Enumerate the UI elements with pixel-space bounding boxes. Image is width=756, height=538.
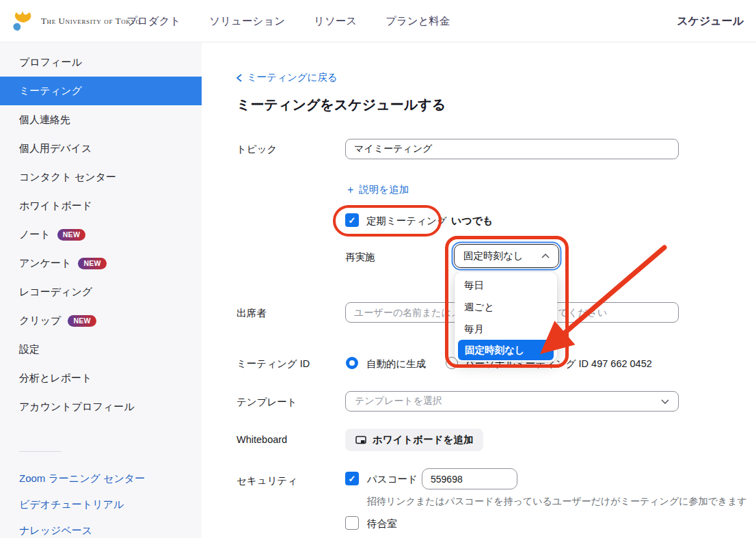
- new-badge: NEW: [78, 258, 106, 269]
- back-to-meetings-link[interactable]: ミーティングに戻る: [237, 71, 338, 84]
- chevron-up-icon: [541, 254, 550, 258]
- nav-products[interactable]: プロダクト: [126, 14, 180, 29]
- option-daily[interactable]: 毎日: [455, 274, 557, 296]
- sidebar-item-personal-devices[interactable]: 個人用デバイス: [0, 134, 202, 163]
- university-logo[interactable]: The University of Tokyo: [11, 0, 141, 42]
- security-label: セキュリティ: [237, 474, 297, 487]
- waiting-room-label: 待合室: [367, 517, 397, 530]
- sidebar-item-surveys[interactable]: アンケートNEW: [0, 249, 202, 278]
- top-nav: プロダクト ソリューション リソース プランと料金: [126, 0, 450, 42]
- meeting-id-auto-label: 自動的に生成: [366, 358, 426, 371]
- option-weekly[interactable]: 週ごと: [455, 296, 557, 318]
- sidebar-nav-list: プロフィール ミーティング 個人連絡先 個人用デバイス コンタクト センター ホ…: [0, 48, 202, 421]
- link-knowledge-base[interactable]: ナレッジベース: [0, 517, 202, 538]
- sidebar-item-settings[interactable]: 設定: [0, 335, 202, 364]
- sidebar: プロフィール ミーティング 個人連絡先 個人用デバイス コンタクト センター ホ…: [0, 42, 202, 538]
- plus-icon: +: [347, 184, 353, 196]
- sidebar-item-reports[interactable]: 分析とレポート: [0, 364, 202, 392]
- sidebar-item-recordings[interactable]: レコーディング: [0, 278, 202, 306]
- passcode-label: パスコード: [367, 473, 418, 486]
- recurrence-dropdown-button[interactable]: 固定時刻なし: [454, 244, 559, 268]
- page-title: ミーティングをスケジュールする: [237, 96, 446, 114]
- chevron-left-icon: [237, 74, 242, 82]
- sidebar-item-clips[interactable]: クリップNEW: [0, 306, 202, 335]
- nav-plans-pricing[interactable]: プランと料金: [386, 14, 450, 29]
- top-header: The University of Tokyo プロダクト ソリューション リソ…: [0, 0, 756, 42]
- attendees-label: 出席者: [237, 307, 267, 320]
- sidebar-item-contact-center[interactable]: コンタクト センター: [0, 163, 202, 191]
- recurrence-dropdown-menu: 毎日 週ごと 毎月 固定時刻なし: [455, 272, 557, 362]
- sidebar-divider: [19, 451, 62, 452]
- sidebar-item-notes[interactable]: ノートNEW: [0, 220, 202, 249]
- sidebar-footer-links: Zoom ラーニング センター ビデオチュートリアル ナレッジベース: [0, 466, 202, 538]
- meeting-id-label: ミーティング ID: [237, 358, 310, 371]
- check-icon: ✓: [349, 215, 356, 226]
- nav-solutions[interactable]: ソリューション: [209, 14, 285, 29]
- waiting-room-checkbox[interactable]: [345, 516, 359, 530]
- sidebar-item-whiteboard[interactable]: ホワイトボード: [0, 191, 202, 220]
- option-no-fixed-time[interactable]: 固定時刻なし: [458, 340, 554, 360]
- new-badge: NEW: [68, 315, 96, 327]
- template-select[interactable]: テンプレートを選択: [345, 391, 679, 412]
- sidebar-item-profile[interactable]: プロフィール: [0, 48, 202, 77]
- link-video-tutorials[interactable]: ビデオチュートリアル: [0, 492, 202, 517]
- sidebar-item-personal-contacts[interactable]: 個人連絡先: [0, 105, 202, 134]
- zoom-schedule-page: The University of Tokyo プロダクト ソリューション リソ…: [0, 0, 756, 538]
- add-whiteboard-button[interactable]: ホワイトボードを追加: [345, 429, 483, 451]
- new-badge: NEW: [57, 229, 85, 241]
- recurring-meeting-label: 定期ミーティング: [366, 215, 447, 228]
- passcode-help-text: 招待リンクまたはパスコードを持っているユーザーだけがミーティングに参加できます: [367, 496, 747, 508]
- sidebar-item-meetings[interactable]: ミーティング: [0, 77, 202, 105]
- recurrence-label: 再実施: [345, 251, 375, 264]
- topic-input[interactable]: [345, 139, 679, 159]
- topic-label: トピック: [237, 143, 277, 156]
- anytime-text: いつでも: [451, 215, 493, 228]
- passcode-input[interactable]: [422, 468, 517, 489]
- link-learning-center[interactable]: Zoom ラーニング センター: [0, 466, 202, 492]
- recurring-meeting-checkbox[interactable]: ✓: [345, 213, 359, 227]
- logo-wordmark: The University of Tokyo: [41, 16, 141, 27]
- option-monthly[interactable]: 毎月: [455, 318, 557, 340]
- whiteboard-icon: [355, 435, 366, 445]
- ginkgo-leaf-icon: [11, 10, 36, 33]
- meeting-id-auto-radio[interactable]: [346, 357, 358, 369]
- check-icon: ✓: [349, 474, 356, 484]
- add-description-link[interactable]: + 説明を追加: [347, 183, 409, 196]
- whiteboard-label: Whiteboard: [237, 434, 287, 445]
- schedule-link[interactable]: スケジュール: [677, 0, 744, 42]
- chevron-down-icon: [661, 399, 669, 404]
- template-label: テンプレート: [237, 396, 297, 409]
- nav-resources[interactable]: リソース: [314, 14, 357, 29]
- main-content: ミーティングに戻る ミーティングをスケジュールする トピック + 説明を追加 ✓…: [202, 42, 756, 538]
- sidebar-item-account-profile[interactable]: アカウントプロフィール: [0, 392, 202, 421]
- passcode-checkbox[interactable]: ✓: [345, 472, 359, 485]
